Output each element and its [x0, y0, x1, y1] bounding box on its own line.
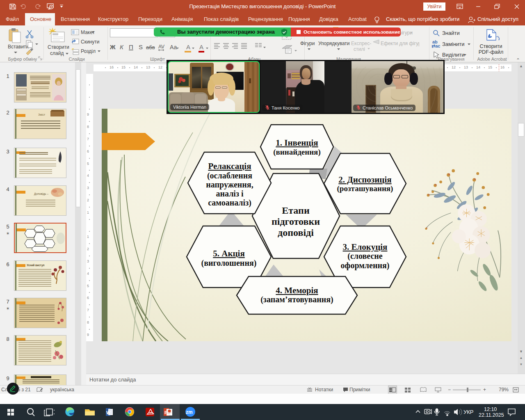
svg-text:Усний виступ: Усний виступ — [27, 264, 45, 267]
svg-text:Ефекти для фігур: Ефекти для фігур — [381, 41, 419, 46]
svg-text:Замінити: Замінити — [442, 41, 465, 47]
svg-text:УКР: УКР — [463, 409, 474, 415]
svg-text:12:10: 12:10 — [484, 406, 497, 412]
svg-text:Аа: Аа — [170, 44, 177, 50]
svg-text:Вставити: Вставити — [8, 44, 29, 50]
svg-text:⇄ac: ⇄ac — [431, 43, 440, 48]
svg-text:S: S — [139, 43, 143, 50]
svg-text:аналіз і: аналіз і — [216, 189, 244, 198]
svg-text:3. Елокуція: 3. Елокуція — [343, 242, 388, 252]
svg-text:Знайти: Знайти — [442, 30, 460, 36]
svg-text:Експрес-: Експрес- — [351, 41, 371, 46]
svg-text:підготовки: підготовки — [272, 216, 320, 227]
svg-text:(словесне: (словесне — [347, 251, 383, 261]
svg-text:абв: абв — [146, 44, 155, 50]
svg-text:Етапи: Етапи — [282, 205, 310, 216]
svg-text:1. Інвенція: 1. Інвенція — [276, 138, 318, 148]
svg-text:Ж: Ж — [110, 43, 116, 50]
svg-text:Доповідь –: Доповідь – — [34, 192, 48, 196]
svg-text:AV: AV — [158, 44, 164, 50]
svg-text:самоаналіз): самоаналіз) — [208, 198, 251, 208]
svg-text:(ослаблення: (ослаблення — [207, 171, 252, 180]
svg-text:А: А — [186, 43, 190, 50]
svg-text:оформлення): оформлення) — [341, 261, 390, 270]
svg-text:Зміст: Зміст — [38, 113, 46, 116]
svg-text:Упорядкувати: Упорядкувати — [318, 41, 350, 46]
svg-text:Створити: Створити — [48, 44, 69, 50]
svg-text:zm: zm — [186, 409, 193, 415]
svg-text:П: П — [129, 43, 133, 50]
svg-text:A: A — [199, 43, 203, 50]
svg-text:Фігури: Фігури — [300, 41, 315, 46]
svg-text:4. Меморія: 4. Меморія — [276, 285, 318, 295]
svg-text:Скинути: Скинути — [81, 39, 99, 45]
svg-text:5. Акція: 5. Акція — [213, 249, 245, 258]
svg-text:К: К — [120, 43, 124, 50]
svg-text:стилі: стилі — [354, 46, 365, 52]
svg-text:(виголошення): (виголошення) — [201, 258, 257, 268]
svg-text:(розташування): (розташування) — [337, 184, 393, 193]
svg-text:2. Диспозиція: 2. Диспозиція — [338, 175, 391, 185]
svg-text:W: W — [106, 410, 111, 415]
svg-text:слайд: слайд — [50, 50, 64, 56]
svg-text:Релаксація: Релаксація — [208, 161, 251, 171]
svg-text:Розділ: Розділ — [81, 48, 96, 54]
svg-text:(запам’ятовування): (запам’ятовування) — [260, 295, 333, 304]
svg-text:доповіді: доповіді — [278, 227, 314, 238]
svg-text:напруження,: напруження, — [206, 180, 253, 189]
svg-text:(винайдення): (винайдення) — [273, 148, 320, 157]
svg-text:22.11.2025: 22.11.2025 — [479, 412, 504, 418]
svg-text:P: P — [164, 410, 167, 415]
